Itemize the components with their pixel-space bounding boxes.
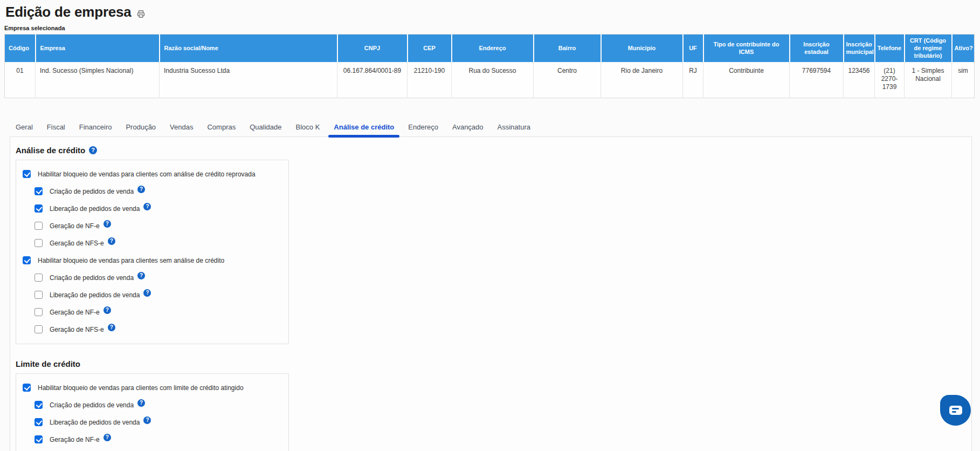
cell-telefone: (21) 2270-1739 (875, 62, 905, 98)
checkbox-row: Geração de NF-e ? (34, 222, 283, 230)
col-header-cep: CEP (408, 34, 452, 62)
cell-inscricao-municipal: 123456 (844, 62, 875, 98)
checkbox-row: Geração de NF-e ? (34, 308, 283, 316)
cell-endereco: Rua do Sucesso (452, 62, 534, 98)
checkbox-label[interactable]: Liberação de pedidos de venda (50, 419, 140, 426)
checkbox-label[interactable]: Geração de NF-e (50, 309, 100, 316)
tab-financeiro[interactable]: Financeiro (72, 121, 119, 136)
checkbox-row: Liberação de pedidos de venda ? (34, 204, 283, 213)
tab-endereco[interactable]: Endereço (401, 121, 445, 136)
checkbox-nfe-generation[interactable] (34, 435, 43, 443)
help-icon[interactable]: ? (108, 324, 115, 331)
col-header-uf: UF (683, 34, 703, 62)
help-icon[interactable]: ? (143, 289, 151, 297)
tab-vendas[interactable]: Vendas (163, 121, 200, 136)
col-header-empresa: Empresa (36, 34, 160, 62)
section-title-text: Limite de crédito (16, 359, 80, 368)
help-icon[interactable]: ? (103, 220, 111, 228)
col-header-telefone: Telefone (875, 34, 905, 62)
tab-bar: Geral Fiscal Financeiro Produção Vendas … (9, 121, 980, 136)
col-header-endereco: Endereço (452, 34, 534, 62)
checkbox-order-release[interactable] (34, 204, 43, 213)
cell-bairro: Centro (534, 62, 601, 98)
help-icon[interactable]: ? (103, 306, 111, 314)
checkbox-label[interactable]: Criação de pedidos de venda (50, 188, 134, 195)
checkbox-label[interactable]: Habilitar bloqueio de vendas para client… (38, 257, 224, 264)
checkbox-row: Geração de NF-e ? (34, 435, 283, 443)
checkbox-order-creation[interactable] (34, 274, 43, 282)
tab-geral[interactable]: Geral (9, 121, 40, 136)
checkbox-label[interactable]: Geração de NF-e (50, 222, 100, 230)
checkbox-block-reproved-analysis[interactable] (23, 170, 31, 178)
checkbox-row: Liberação de pedidos de venda ? (34, 418, 283, 426)
help-icon[interactable]: ? (89, 146, 97, 154)
tab-content-panel: Análise de crédito ? Habilitar bloqueio … (10, 136, 972, 451)
cell-cep: 21210-190 (408, 62, 452, 98)
cell-empresa: Ind. Sucesso (Simples Nacional) (36, 62, 160, 98)
credit-analysis-group-box: Habilitar bloqueio de vendas para client… (16, 160, 289, 344)
cell-uf: RJ (683, 62, 703, 98)
help-icon[interactable]: ? (143, 416, 151, 424)
section-title-credit-analysis: Análise de crédito ? (16, 146, 971, 155)
checkbox-row: Habilitar bloqueio de vendas para client… (23, 256, 283, 264)
cell-inscricao-estadual: 77697594 (790, 62, 844, 98)
checkbox-row: Liberação de pedidos de venda ? (34, 291, 283, 299)
help-icon[interactable]: ? (137, 186, 145, 193)
checkbox-row: Geração de NFS-e ? (34, 239, 283, 247)
print-icon (136, 10, 146, 18)
checkbox-label[interactable]: Geração de NFS-e (50, 240, 104, 247)
checkbox-label[interactable]: Criação de pedidos de venda (50, 401, 134, 409)
checkbox-label[interactable]: Geração de NFS-e (50, 326, 104, 333)
checkbox-order-release[interactable] (34, 291, 43, 299)
col-header-inscricao-estadual: Inscrição estadual (790, 34, 844, 62)
checkbox-nfse-generation[interactable] (34, 239, 43, 247)
tab-fiscal[interactable]: Fiscal (40, 121, 72, 136)
checkbox-label[interactable]: Criação de pedidos de venda (50, 274, 134, 282)
tab-analise-de-credito[interactable]: Análise de crédito (327, 121, 401, 136)
tab-compras[interactable]: Compras (200, 121, 243, 136)
checkbox-block-limit-reached[interactable] (23, 384, 31, 392)
checkbox-row: Criação de pedidos de venda ? (34, 401, 283, 409)
print-button[interactable] (136, 10, 146, 18)
chat-bubble-icon (949, 406, 962, 415)
checkbox-label[interactable]: Liberação de pedidos de venda (50, 205, 140, 213)
checkbox-order-creation[interactable] (34, 187, 43, 195)
tab-producao[interactable]: Produção (119, 121, 163, 136)
tab-bloco-k[interactable]: Bloco K (289, 121, 327, 136)
checkbox-nfe-generation[interactable] (34, 308, 43, 316)
col-header-municipio: Município (601, 34, 683, 62)
checkbox-label[interactable]: Habilitar bloqueio de vendas para client… (38, 170, 256, 178)
checkbox-row: Habilitar bloqueio de vendas para client… (23, 384, 283, 392)
tab-avancado[interactable]: Avançado (445, 121, 491, 136)
checkbox-label[interactable]: Geração de NF-e (50, 436, 100, 443)
help-icon[interactable]: ? (143, 203, 151, 210)
checkbox-label[interactable]: Liberação de pedidos de venda (50, 291, 140, 299)
col-header-cnpj: CNPJ (337, 34, 408, 62)
tab-qualidade[interactable]: Qualidade (243, 121, 288, 136)
col-header-inscricao-municipal: Inscrição municipal (844, 34, 875, 62)
help-icon[interactable]: ? (137, 272, 145, 279)
checkbox-row: Criação de pedidos de venda ? (34, 274, 283, 282)
checkbox-label[interactable]: Habilitar bloqueio de vendas para client… (38, 384, 244, 392)
help-icon[interactable]: ? (137, 399, 145, 407)
checkbox-block-no-analysis[interactable] (23, 256, 31, 264)
section-title-text: Análise de crédito (16, 146, 85, 155)
checkbox-order-creation[interactable] (34, 401, 43, 409)
checkbox-nfe-generation[interactable] (34, 222, 43, 230)
company-table: Código Empresa Razão social/Nome CNPJ CE… (4, 34, 975, 99)
checkbox-nfse-generation[interactable] (34, 325, 43, 333)
selected-company-caption: Empresa selecionada (4, 25, 980, 31)
col-header-tipo-contribuinte-icms: Tipo de contribuinte do ICMS (703, 34, 790, 62)
checkbox-row: Criação de pedidos de venda ? (34, 187, 283, 195)
table-row: 01 Ind. Sucesso (Simples Nacional) Indus… (5, 62, 975, 98)
col-header-razao-social: Razão social/Nome (160, 34, 337, 62)
help-icon[interactable]: ? (108, 237, 115, 245)
checkbox-row: Geração de NFS-e ? (34, 325, 283, 333)
tab-assinatura[interactable]: Assinatura (491, 121, 537, 136)
cell-municipio: Rio de Janeiro (601, 62, 683, 98)
col-header-bairro: Bairro (534, 34, 601, 62)
checkbox-order-release[interactable] (34, 418, 43, 426)
help-icon[interactable]: ? (103, 434, 111, 441)
cell-tipo-contribuinte-icms: Contribuinte (703, 62, 790, 98)
chat-launcher-button[interactable] (940, 395, 971, 426)
